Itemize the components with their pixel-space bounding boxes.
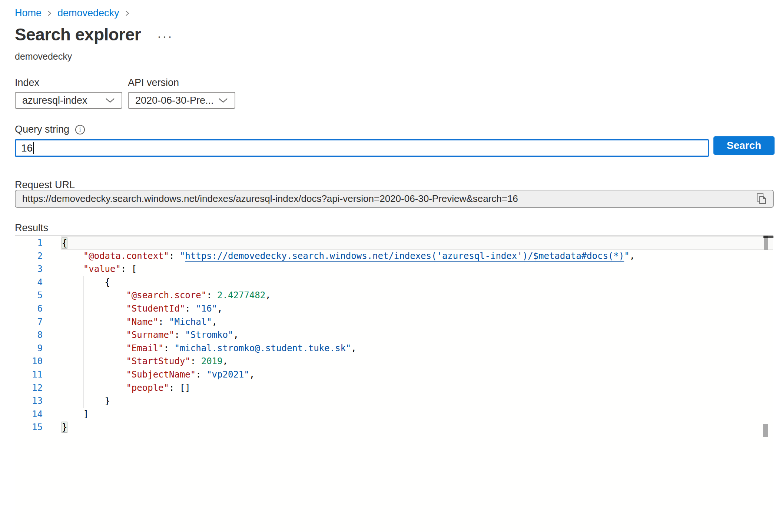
- code-line[interactable]: "Name": "Michal",: [61, 316, 773, 329]
- code-line[interactable]: {: [61, 276, 773, 289]
- overview-ruler-mark: [768, 236, 773, 238]
- line-number: 11: [15, 368, 43, 382]
- chevron-down-icon: [105, 95, 116, 106]
- code-line[interactable]: }: [61, 421, 773, 434]
- code-line[interactable]: "value": [: [61, 263, 773, 276]
- page-scrollbar-thumb[interactable]: [763, 424, 768, 437]
- line-number: 9: [15, 342, 43, 355]
- query-string-input[interactable]: 16: [15, 139, 709, 157]
- line-number: 3: [15, 263, 43, 276]
- page-title: Search explorer: [15, 24, 141, 44]
- copy-icon[interactable]: [755, 193, 768, 205]
- breadcrumb-link-demovedecky[interactable]: demovedecky: [57, 7, 119, 19]
- breadcrumb: Home demovedecky: [15, 7, 130, 19]
- chevron-right-icon: [125, 9, 130, 17]
- api-version-label: API version: [128, 77, 179, 89]
- indent-guide: [105, 289, 105, 395]
- query-string-value: 16: [21, 142, 33, 154]
- request-url-field[interactable]: https://demovedecky.search.windows.net/i…: [15, 190, 774, 208]
- index-dropdown-value: azuresql-index: [22, 95, 105, 106]
- api-version-dropdown-value: 2020-06-30-Pre...: [135, 95, 218, 106]
- search-explorer-page: Home demovedecky Search explorer ··· dem…: [0, 0, 779, 532]
- api-version-dropdown[interactable]: 2020-06-30-Pre...: [128, 92, 235, 109]
- info-icon[interactable]: i: [75, 125, 85, 134]
- editor-gutter: 123456789101112131415: [15, 236, 43, 434]
- more-commands-icon[interactable]: ···: [157, 30, 173, 42]
- chevron-right-icon: [47, 9, 52, 17]
- request-url-label: Request URL: [15, 179, 75, 191]
- code-line[interactable]: }: [61, 395, 773, 408]
- code-line[interactable]: "@search.score": 2.4277482,: [61, 289, 773, 302]
- line-number: 1: [15, 236, 43, 250]
- code-line[interactable]: "StartStudy": 2019,: [61, 355, 773, 368]
- code-line[interactable]: "Surname": "Stromko",: [61, 329, 773, 342]
- chevron-down-icon: [218, 95, 229, 106]
- line-number: 4: [15, 276, 43, 289]
- query-string-label: Query string: [15, 124, 69, 135]
- code-line[interactable]: "@odata.context": "https://demovedecky.s…: [61, 250, 773, 263]
- search-button[interactable]: Search: [713, 136, 775, 155]
- indent-guide: [83, 276, 84, 408]
- code-line[interactable]: "SubjectName": "vp2021",: [61, 368, 773, 382]
- line-number: 8: [15, 329, 43, 342]
- line-number: 12: [15, 382, 43, 395]
- code-line[interactable]: "StudentId": "16",: [61, 302, 773, 316]
- request-url-value: https://demovedecky.search.windows.net/i…: [22, 193, 755, 205]
- index-dropdown[interactable]: azuresql-index: [15, 92, 122, 109]
- indent-guide: [62, 250, 62, 421]
- scrollbar-track: [763, 236, 763, 532]
- code-line[interactable]: "people": []: [61, 382, 773, 395]
- line-number: 15: [15, 421, 43, 434]
- line-number: 14: [15, 408, 43, 421]
- line-number: 10: [15, 355, 43, 368]
- text-cursor: [33, 142, 34, 154]
- breadcrumb-link-home[interactable]: Home: [15, 7, 42, 19]
- code-line[interactable]: {: [61, 236, 773, 250]
- line-number: 7: [15, 316, 43, 329]
- line-number: 2: [15, 250, 43, 263]
- code-line[interactable]: "Email": "michal.stromko@.student.tuke.s…: [61, 342, 773, 355]
- editor-code[interactable]: { "@odata.context": "https://demovedecky…: [61, 236, 773, 434]
- code-line[interactable]: ]: [61, 408, 773, 421]
- page-subtitle: demovedecky: [15, 51, 72, 62]
- results-json-editor[interactable]: 123456789101112131415 { "@odata.context"…: [15, 235, 773, 532]
- results-label: Results: [15, 222, 48, 234]
- index-label: Index: [15, 77, 39, 89]
- line-number: 5: [15, 289, 43, 302]
- line-number: 13: [15, 395, 43, 408]
- line-number: 6: [15, 302, 43, 316]
- editor-scrollbar-thumb[interactable]: [764, 238, 768, 250]
